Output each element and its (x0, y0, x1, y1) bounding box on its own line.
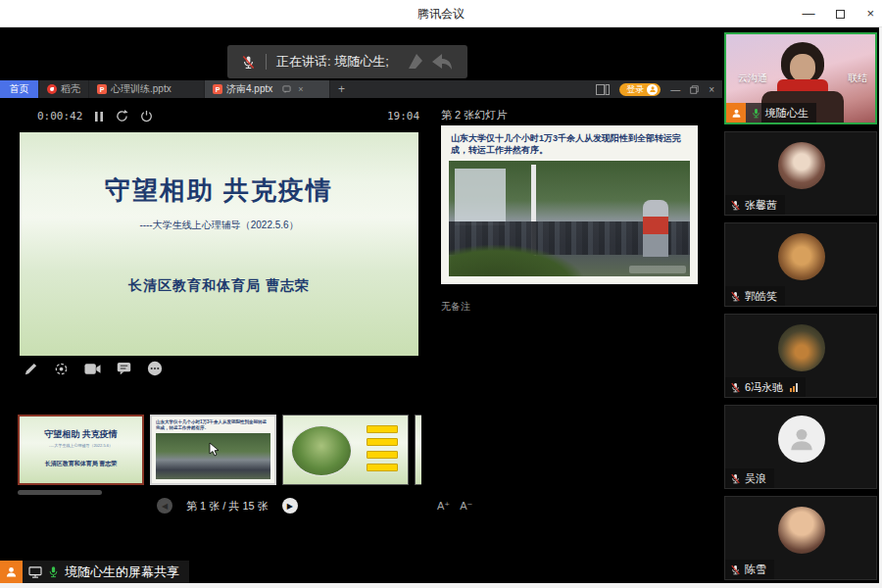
mic-on-icon (47, 565, 60, 578)
slide-thumbnail-4[interactable] (415, 415, 421, 485)
laser-pointer-icon[interactable] (54, 362, 69, 376)
slide-navigation: ◀ 第 1 张 / 共 15 张 ▶ (157, 498, 298, 514)
prev-slide-button[interactable]: ◀ (157, 498, 172, 514)
annotation-toolbar (24, 361, 163, 376)
photo-hedge (449, 245, 584, 276)
reset-timer-icon[interactable] (116, 110, 128, 122)
screen-share-icon (28, 566, 42, 578)
more-icon[interactable] (147, 361, 163, 376)
photo-building (455, 169, 506, 225)
ppt-file-icon: P (213, 84, 222, 94)
comment-icon[interactable] (117, 362, 131, 375)
maximize-icon[interactable] (836, 10, 845, 19)
pause-icon[interactable] (94, 111, 104, 122)
tab-home[interactable]: 首页 (0, 80, 39, 98)
speaker-notes: 无备注 (441, 300, 470, 314)
participant-tile[interactable]: 陈雪 (724, 496, 877, 580)
tencent-meeting-window: 腾讯会议 — × 正在讲话: 境随心生; (0, 0, 882, 588)
participant-tile[interactable]: 吴浪 (724, 405, 877, 489)
thumb1-author: 长清区教育和体育局 曹志荣 (20, 460, 142, 468)
shared-screen-area: 正在讲话: 境随心生; 首页 稻壳 P 心理训练.pptx P 济南4.pptx (0, 27, 882, 588)
tab-comment-icon[interactable] (282, 85, 291, 94)
participant-tile[interactable]: 郭皓笑 (724, 222, 877, 307)
participant-name: 郭皓笑 (745, 289, 777, 304)
rehearse-timer: 0:00:42 (37, 110, 82, 122)
slide-thumbnail-3[interactable] (282, 415, 409, 485)
window-title: 腾讯会议 (0, 6, 882, 23)
tab-docer[interactable]: 稻壳 (39, 80, 89, 98)
ppt-file-icon: P (97, 84, 107, 94)
font-decrease-button[interactable]: A⁻ (460, 500, 472, 513)
slide-filmstrip: 守望相助 共克疫情 ----大学生线上心理辅导（2022.5.6） 长清区教育和… (18, 415, 421, 487)
video-overlay-text-right: 联结 (848, 72, 867, 85)
presenter-badge-icon (0, 561, 23, 583)
close-icon[interactable]: × (866, 0, 874, 27)
reaction-overlay-icons (403, 51, 454, 73)
avatar-default (778, 416, 825, 463)
slide-subtitle: ----大学生线上心理辅导（2022.5.6） (20, 219, 418, 232)
photo-watermark (629, 266, 686, 273)
thumb2-text: 山东大学仅十几个小时1万3千余人从发现阳性到全部转运完成，转运工作井然有序。 (156, 419, 270, 431)
login-label: 登录 (626, 83, 644, 96)
slide-author: 长清区教育和体育局 曹志荣 (20, 277, 418, 295)
photo-person (643, 200, 668, 257)
tab-close-icon[interactable]: × (298, 84, 303, 94)
speaking-banner: 正在讲话: 境随心生; (227, 45, 467, 78)
presenter-toolbar: 0:00:42 (37, 110, 153, 122)
next-slide-preview[interactable]: 山东大学仅十几个小时1万3千余人从发现阳性到全部转运完成，转运工作井然有序。 (441, 125, 698, 284)
wps-minimize-icon[interactable]: — (670, 84, 680, 95)
font-increase-button[interactable]: A⁺ (437, 500, 450, 513)
avatar (778, 324, 825, 371)
minimize-icon[interactable]: — (802, 0, 814, 27)
tab-document-2-active[interactable]: P 济南4.pptx × (205, 80, 330, 98)
slide-position: 第 1 张 / 共 15 张 (186, 499, 269, 514)
slide-title: 守望相助 共克疫情 (20, 173, 418, 208)
participant-tile-speaker[interactable]: 云沟通 联结 (724, 32, 877, 124)
thumb3-photo (291, 425, 352, 476)
tab-docer-label: 稻壳 (61, 82, 80, 96)
participant-tile[interactable]: 张馨茜 (724, 131, 877, 216)
participants-sidebar: 云沟通 联结 (724, 32, 877, 580)
window-frame-bottom (0, 583, 882, 588)
next-slide-label: 第 2 张幻灯片 (441, 108, 507, 122)
thumb1-title: 守望相助 共克疫情 (20, 428, 142, 441)
slide-thumbnail-1[interactable]: 守望相助 共克疫情 ----大学生线上心理辅导（2022.5.6） 长清区教育和… (18, 415, 144, 485)
mic-muted-icon (241, 55, 256, 70)
participant-tile[interactable]: 6冯永驰 (724, 314, 877, 398)
video-overlay-text-left: 云沟通 (738, 72, 767, 85)
participant-name: 陈雪 (745, 563, 766, 577)
notes-font-controls: A⁺ A⁻ (437, 500, 472, 513)
tab-document-1[interactable]: P 心理训练.pptx (89, 80, 205, 98)
slide-thumbnail-2[interactable]: 山东大学仅十几个小时1万3千余人从发现阳性到全部转运完成，转运工作井然有序。 (150, 415, 276, 485)
pen-icon[interactable] (24, 362, 38, 376)
mic-muted-icon (730, 382, 741, 393)
participant-name: 吴浪 (745, 471, 766, 486)
speaker-face (790, 54, 815, 81)
current-slide: 守望相助 共克疫情 ----大学生线上心理辅导（2022.5.6） 长清区教育和… (20, 132, 418, 356)
banner-divider (266, 54, 267, 70)
wps-tab-bar: 首页 稻壳 P 心理训练.pptx P 济南4.pptx × + (0, 80, 722, 98)
filmstrip-scrollbar[interactable] (18, 490, 102, 495)
next-slide-text: 山东大学仅十几个小时1万3千余人从发现阳性到全部转运完成，转运工作井然有序。 (451, 133, 688, 156)
avatar (778, 233, 825, 280)
camera-icon[interactable] (84, 363, 101, 375)
network-signal-icon (790, 383, 798, 392)
wps-restore-icon[interactable] (690, 85, 699, 94)
end-show-icon[interactable] (140, 110, 153, 122)
mic-on-icon (751, 108, 761, 119)
split-view-icon[interactable] (596, 84, 610, 95)
clock-time: 19:04 (387, 110, 419, 122)
participant-name: 6冯永驰 (745, 380, 783, 395)
wps-close-icon[interactable]: × (709, 84, 714, 95)
titlebar: 腾讯会议 — × (0, 0, 882, 27)
mic-muted-icon (730, 473, 741, 484)
screen-share-text: 境随心生的屏幕共享 (65, 564, 179, 581)
participant-name: 张馨茜 (745, 198, 777, 213)
next-slide-photo (449, 161, 690, 276)
login-badge[interactable]: 登录 (619, 83, 661, 96)
tab-home-label: 首页 (10, 82, 29, 96)
next-slide-button[interactable]: ▶ (282, 498, 298, 514)
user-avatar-icon (647, 84, 658, 95)
tab-document-1-label: 心理训练.pptx (111, 82, 172, 96)
new-tab-button[interactable]: + (330, 80, 353, 98)
